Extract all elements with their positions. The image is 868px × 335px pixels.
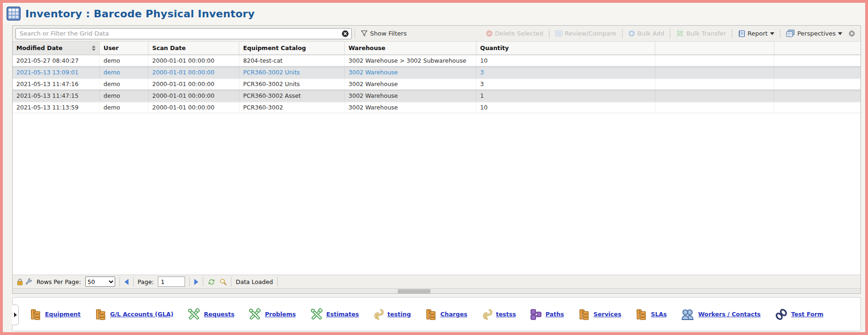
cell-equipment-catalog: PCR360-3002 (239, 102, 345, 113)
cell-equipment-catalog: 8204-test-cat (239, 55, 345, 66)
page-number-input[interactable] (158, 277, 185, 287)
tree-icon (635, 308, 647, 320)
clear-search-icon[interactable] (341, 30, 349, 37)
table-row[interactable]: 2021-05-13 11:47:16 demo 2000-01-01 00:0… (13, 78, 861, 90)
pagebar-separator (277, 277, 278, 286)
link-paths[interactable]: Paths (530, 308, 564, 320)
cell-empty (774, 78, 861, 89)
search-input[interactable] (15, 28, 352, 39)
link-workers-contacts[interactable]: Workers / Contacts (681, 308, 760, 320)
cell-quantity: 1 (476, 90, 655, 101)
link-requests[interactable]: Requests (187, 308, 234, 321)
clip-icon (373, 308, 384, 320)
cell-scan-date: 2000-01-01 00:00:00 (148, 78, 239, 89)
pagebar-separator (231, 277, 231, 286)
cell-quantity: 3 (476, 66, 655, 78)
link-problems[interactable]: Problems (248, 308, 296, 321)
link-label: testing (387, 311, 411, 318)
refresh-icon[interactable] (208, 278, 215, 286)
horizontal-scrollbar[interactable] (13, 288, 861, 293)
perspectives-label: Perspectives (797, 30, 836, 37)
table-row[interactable]: 2021-05-13 11:13:59 demo 2000-01-01 00:0… (13, 102, 861, 113)
bulk-add-button[interactable]: Bulk Add (625, 29, 668, 38)
review-list-icon (555, 30, 563, 37)
link-charges[interactable]: Charges (425, 308, 467, 320)
link-label: G/L Accounts (GLA) (110, 311, 173, 318)
chevron-down-icon (770, 32, 774, 35)
cell-user: demo (100, 90, 148, 101)
cell-scan-date: 2000-01-01 00:00:00 (148, 66, 239, 78)
column-label: User (104, 44, 119, 51)
tools-icon (310, 308, 323, 321)
table-row[interactable]: 2021-05-13 11:47:15 demo 2000-01-01 00:0… (13, 90, 861, 102)
tree-icon (95, 308, 107, 320)
show-filters-label: Show Filters (370, 30, 407, 37)
magnifier-icon[interactable] (220, 278, 227, 285)
column-header-user[interactable]: User (100, 42, 148, 54)
column-label: Modified Date (16, 44, 63, 51)
show-filters-button[interactable]: Show Filters (358, 29, 409, 38)
link-gl-accounts[interactable]: G/L Accounts (GLA) (95, 308, 173, 320)
cell-quantity: 10 (476, 55, 655, 66)
link-equipment[interactable]: Equipment (30, 308, 81, 320)
link-testing[interactable]: testing (373, 308, 411, 320)
bulk-transfer-button[interactable]: Bulk Transfer (673, 29, 729, 38)
cell-empty (655, 102, 774, 113)
table-row[interactable]: 2021-05-27 08:40:27 demo 2000-01-01 00:0… (13, 55, 861, 66)
review-compare-button[interactable]: Review/Compare (552, 29, 619, 38)
crossed-tools-icon (676, 30, 684, 37)
lock-icon[interactable] (17, 278, 23, 285)
bulk-add-label: Bulk Add (638, 30, 665, 37)
toolbar-separator (355, 29, 355, 38)
column-header-warehouse[interactable]: Warehouse (345, 42, 476, 54)
column-header-scan-date[interactable]: Scan Date (148, 42, 239, 54)
cell-empty (655, 55, 774, 66)
report-button[interactable]: Report (735, 29, 777, 39)
cell-equipment-catalog: PCR360-3002 Units (239, 78, 345, 89)
link-test-form[interactable]: Test Form (775, 308, 823, 321)
report-label: Report (748, 30, 768, 37)
link-label: Workers / Contacts (698, 311, 760, 318)
link-label: Requests (204, 311, 234, 318)
chain-icon (775, 308, 788, 321)
bulk-transfer-label: Bulk Transfer (686, 30, 726, 37)
column-label: Scan Date (152, 44, 185, 51)
rows-per-page-select[interactable]: 50 (85, 277, 115, 287)
column-header-modified-date[interactable]: Modified Date (13, 42, 100, 54)
cell-scan-date: 2000-01-01 00:00:00 (148, 90, 239, 101)
column-header-equipment-catalog[interactable]: Equipment Catalog (239, 42, 345, 54)
horizontal-scrollbar-thumb[interactable] (398, 289, 430, 293)
link-label: Services (594, 311, 621, 318)
report-notebook-icon (738, 30, 745, 37)
app-window: Inventory : Barcode Physical Inventory S… (0, 0, 868, 335)
delete-selected-button[interactable]: Delete Selected (483, 29, 546, 38)
settings-gear-icon[interactable] (848, 29, 856, 37)
grid-empty-area (13, 113, 861, 275)
link-slas[interactable]: SLAs (635, 308, 667, 320)
link-estimates[interactable]: Estimates (310, 308, 359, 321)
toolbar-separator (780, 29, 780, 38)
perspectives-button[interactable]: Perspectives (783, 28, 845, 39)
page-label: Page: (138, 278, 154, 285)
cell-empty (655, 66, 774, 78)
table-row-selected[interactable]: 2021-05-13 13:09:01 demo 2000-01-01 00:0… (13, 66, 861, 78)
link-label: SLAs (651, 311, 667, 318)
collapse-panel-button[interactable] (12, 305, 19, 325)
cell-empty (774, 66, 861, 78)
paths-icon (530, 308, 542, 320)
cell-empty (655, 90, 774, 101)
wrench-icon[interactable] (25, 278, 32, 285)
link-label: Equipment (45, 311, 81, 318)
search-wrap (15, 28, 352, 39)
column-header-quantity[interactable]: Quantity (476, 42, 655, 54)
cell-warehouse: 3002 Warehouse (345, 90, 476, 101)
link-services[interactable]: Services (578, 308, 621, 320)
page-title: Inventory : Barcode Physical Inventory (25, 8, 255, 20)
tree-icon (30, 308, 42, 320)
next-page-icon[interactable] (194, 279, 199, 285)
cell-modified-date: 2021-05-27 08:40:27 (13, 55, 100, 66)
link-testss[interactable]: testss (482, 308, 516, 320)
grid-column-headers: Modified Date User Scan Date Equipment C… (13, 42, 861, 55)
previous-page-icon[interactable] (124, 279, 129, 285)
page-header: Inventory : Barcode Physical Inventory (3, 3, 865, 24)
